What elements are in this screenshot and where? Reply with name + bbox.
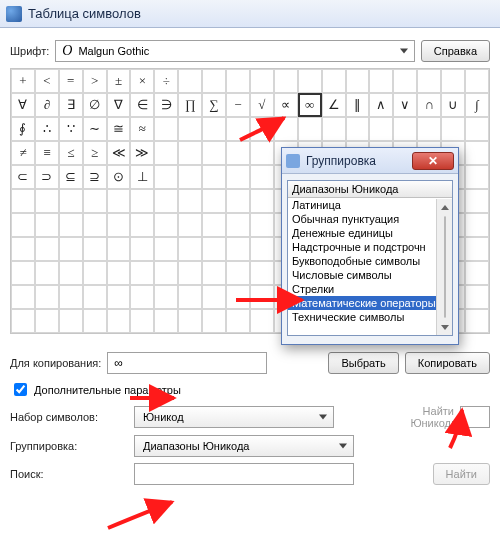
character-cell[interactable]: √ (250, 93, 274, 117)
character-cell[interactable] (250, 117, 274, 141)
character-cell[interactable]: − (226, 93, 250, 117)
character-cell[interactable] (226, 261, 250, 285)
character-cell[interactable] (83, 237, 107, 261)
character-cell[interactable] (107, 189, 131, 213)
character-cell[interactable]: × (130, 69, 154, 93)
character-cell[interactable]: ∋ (154, 93, 178, 117)
character-cell[interactable] (178, 189, 202, 213)
character-cell[interactable] (250, 261, 274, 285)
character-cell[interactable] (202, 309, 226, 333)
copy-input[interactable] (107, 352, 267, 374)
character-cell[interactable] (59, 285, 83, 309)
character-cell[interactable] (35, 189, 59, 213)
character-cell[interactable]: ⊇ (83, 165, 107, 189)
character-cell[interactable] (178, 69, 202, 93)
character-cell[interactable] (178, 237, 202, 261)
character-cell[interactable]: ∀ (11, 93, 35, 117)
font-select[interactable]: O Malgun Gothic (55, 40, 415, 62)
character-cell[interactable] (154, 213, 178, 237)
search-input[interactable] (134, 463, 354, 485)
character-cell[interactable]: ≠ (11, 141, 35, 165)
character-cell[interactable] (11, 309, 35, 333)
advanced-toggle[interactable]: Дополнительные параметры (10, 380, 490, 399)
character-cell[interactable] (11, 261, 35, 285)
character-cell[interactable]: ∇ (107, 93, 131, 117)
character-cell[interactable] (369, 117, 393, 141)
character-cell[interactable] (250, 189, 274, 213)
character-cell[interactable] (202, 261, 226, 285)
help-button[interactable]: Справка (421, 40, 490, 62)
find-button[interactable]: Найти (433, 463, 490, 485)
character-cell[interactable] (154, 141, 178, 165)
character-cell[interactable] (202, 165, 226, 189)
scroll-down[interactable] (437, 319, 452, 335)
character-cell[interactable]: ± (107, 69, 131, 93)
character-cell[interactable]: ∃ (59, 93, 83, 117)
character-cell[interactable] (250, 165, 274, 189)
character-cell[interactable] (11, 189, 35, 213)
character-cell[interactable] (441, 69, 465, 93)
character-cell[interactable] (465, 117, 489, 141)
range-listbox[interactable]: Диапазоны Юникода ЛатиницаОбычная пункту… (287, 180, 453, 336)
character-cell[interactable] (178, 141, 202, 165)
character-cell[interactable] (178, 213, 202, 237)
character-cell[interactable]: ∝ (274, 93, 298, 117)
character-cell[interactable] (59, 237, 83, 261)
character-cell[interactable] (346, 117, 370, 141)
character-cell[interactable]: ≅ (107, 117, 131, 141)
character-cell[interactable]: ⊙ (107, 165, 131, 189)
character-cell[interactable]: ∠ (322, 93, 346, 117)
character-cell[interactable] (250, 213, 274, 237)
character-cell[interactable]: ∈ (130, 93, 154, 117)
character-cell[interactable]: ⊂ (11, 165, 35, 189)
character-cell[interactable] (465, 285, 489, 309)
character-cell[interactable] (226, 309, 250, 333)
character-cell[interactable]: ≡ (35, 141, 59, 165)
character-cell[interactable] (298, 117, 322, 141)
character-cell[interactable]: ∩ (417, 93, 441, 117)
character-cell[interactable] (178, 117, 202, 141)
character-cell[interactable] (11, 237, 35, 261)
character-cell[interactable] (59, 189, 83, 213)
character-cell[interactable]: + (11, 69, 35, 93)
character-cell[interactable] (274, 69, 298, 93)
character-cell[interactable] (35, 237, 59, 261)
character-cell[interactable]: ∪ (441, 93, 465, 117)
scrollbar[interactable] (436, 199, 452, 335)
character-cell[interactable] (154, 309, 178, 333)
character-cell[interactable] (59, 261, 83, 285)
character-cell[interactable] (154, 237, 178, 261)
character-cell[interactable]: > (83, 69, 107, 93)
character-cell[interactable] (130, 261, 154, 285)
character-cell[interactable]: ≈ (130, 117, 154, 141)
goto-unicode-input[interactable] (460, 406, 490, 428)
character-cell[interactable] (35, 261, 59, 285)
character-cell[interactable] (465, 69, 489, 93)
copy-button[interactable]: Копировать (405, 352, 490, 374)
character-cell[interactable] (178, 285, 202, 309)
character-cell[interactable]: ⊆ (59, 165, 83, 189)
character-cell[interactable] (417, 69, 441, 93)
character-cell[interactable] (202, 285, 226, 309)
character-cell[interactable]: ∨ (393, 93, 417, 117)
character-cell[interactable] (226, 69, 250, 93)
character-cell[interactable] (130, 213, 154, 237)
scroll-thumb[interactable] (444, 216, 446, 318)
character-cell[interactable] (107, 309, 131, 333)
character-cell[interactable] (417, 117, 441, 141)
character-cell[interactable] (107, 237, 131, 261)
character-cell[interactable]: ∫ (465, 93, 489, 117)
advanced-checkbox[interactable] (14, 383, 27, 396)
character-cell[interactable] (154, 117, 178, 141)
character-cell[interactable]: ‖ (346, 93, 370, 117)
character-cell[interactable] (154, 261, 178, 285)
character-cell[interactable] (250, 141, 274, 165)
character-cell[interactable]: ∼ (83, 117, 107, 141)
character-cell[interactable] (83, 261, 107, 285)
character-cell[interactable] (130, 285, 154, 309)
character-cell[interactable]: ∧ (369, 93, 393, 117)
character-cell[interactable] (83, 189, 107, 213)
list-item[interactable]: Обычная пунктуация (288, 212, 436, 226)
character-cell[interactable]: < (35, 69, 59, 93)
character-cell[interactable] (130, 309, 154, 333)
